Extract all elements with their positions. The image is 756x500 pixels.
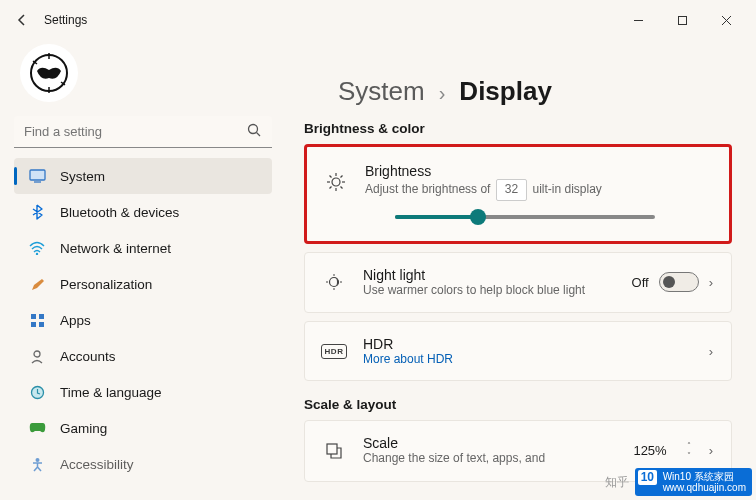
accounts-icon — [28, 347, 46, 365]
sidebar-item-label: Bluetooth & devices — [60, 205, 179, 220]
minimize-button[interactable] — [616, 4, 660, 36]
svg-point-8 — [249, 125, 258, 134]
nightlight-card[interactable]: Night light Use warmer colors to help bl… — [304, 252, 732, 314]
svg-point-20 — [332, 178, 340, 186]
scale-title: Scale — [363, 435, 633, 451]
hdr-icon: HDR — [323, 340, 345, 362]
nightlight-state: Off — [632, 275, 649, 290]
search-input[interactable] — [14, 116, 272, 148]
nightlight-icon — [323, 271, 345, 293]
hdr-title: HDR — [363, 336, 709, 352]
nightlight-subtitle: Use warmer colors to help block blue lig… — [363, 283, 632, 299]
svg-rect-1 — [678, 16, 686, 24]
sidebar-item-system[interactable]: System — [14, 158, 272, 194]
brightness-title: Brightness — [365, 163, 711, 179]
maximize-button[interactable] — [660, 4, 704, 36]
breadcrumb-current: Display — [459, 76, 552, 107]
time-icon — [28, 383, 46, 401]
bluetooth-icon — [28, 203, 46, 221]
sidebar-item-label: Personalization — [60, 277, 152, 292]
gaming-icon — [28, 419, 46, 437]
svg-point-3 — [47, 71, 52, 76]
apps-icon — [28, 311, 46, 329]
watermark-zhihu: 知乎 — [605, 474, 629, 491]
hdr-card[interactable]: HDR HDR More about HDR › — [304, 321, 732, 381]
sidebar-item-gaming[interactable]: Gaming — [14, 410, 272, 446]
sidebar-item-label: Accessibility — [60, 457, 134, 472]
svg-point-17 — [34, 351, 40, 357]
scale-icon — [323, 440, 345, 462]
svg-line-9 — [257, 133, 261, 137]
sidebar-item-time[interactable]: Time & language — [14, 374, 272, 410]
svg-rect-14 — [39, 314, 44, 319]
avatar[interactable] — [20, 44, 78, 102]
search-icon — [247, 123, 262, 141]
sidebar-item-apps[interactable]: Apps — [14, 302, 272, 338]
sidebar-item-label: Time & language — [60, 385, 162, 400]
svg-rect-34 — [327, 444, 337, 454]
scale-subtitle: Change the size of text, apps, and — [363, 451, 633, 467]
personalization-icon — [28, 275, 46, 293]
svg-line-28 — [341, 175, 343, 177]
system-icon — [28, 167, 46, 185]
brightness-slider[interactable] — [395, 215, 655, 219]
brightness-card[interactable]: Brightness Adjust the brightness of 32 u… — [304, 144, 732, 244]
nightlight-title: Night light — [363, 267, 632, 283]
svg-rect-10 — [30, 170, 45, 180]
back-button[interactable] — [8, 6, 36, 34]
breadcrumb-parent[interactable]: System — [338, 76, 425, 107]
chevron-right-icon[interactable]: › — [709, 443, 713, 458]
accessibility-icon — [28, 455, 46, 473]
sidebar-item-personalization[interactable]: Personalization — [14, 266, 272, 302]
svg-line-26 — [341, 186, 343, 188]
sidebar-item-label: Accounts — [60, 349, 116, 364]
svg-line-25 — [330, 175, 332, 177]
sidebar-item-accounts[interactable]: Accounts — [14, 338, 272, 374]
watermarks: 知乎 Win10 系统家园 www.qdhuajin.com — [605, 468, 752, 496]
svg-rect-15 — [31, 322, 36, 327]
sidebar-item-accessibility[interactable]: Accessibility — [14, 446, 272, 482]
search-box[interactable] — [14, 116, 272, 148]
sidebar-item-label: Network & internet — [60, 241, 171, 256]
section-heading-brightness: Brightness & color — [304, 121, 732, 136]
nightlight-toggle[interactable] — [659, 272, 699, 292]
scale-dropdown-icon[interactable]: ˄˅ — [687, 441, 691, 460]
sidebar: System Bluetooth & devices Network & int… — [0, 40, 280, 500]
svg-rect-13 — [31, 314, 36, 319]
titlebar: Settings — [0, 0, 756, 40]
svg-point-12 — [36, 253, 38, 255]
sidebar-item-label: Apps — [60, 313, 91, 328]
main-content: System › Display Brightness & color Brig… — [280, 40, 756, 500]
sidebar-item-label: System — [60, 169, 105, 184]
chevron-right-icon[interactable]: › — [709, 344, 713, 359]
window-title: Settings — [44, 13, 87, 27]
scale-value[interactable]: 125% — [633, 443, 666, 458]
watermark-brand: Win10 系统家园 www.qdhuajin.com — [635, 468, 752, 496]
breadcrumb: System › Display — [338, 76, 732, 107]
close-button[interactable] — [704, 4, 748, 36]
chevron-right-icon[interactable]: › — [709, 275, 713, 290]
brightness-value-tooltip: 32 — [496, 179, 527, 201]
section-heading-scale: Scale & layout — [304, 397, 732, 412]
svg-line-27 — [330, 186, 332, 188]
svg-point-19 — [35, 458, 39, 462]
sidebar-item-network[interactable]: Network & internet — [14, 230, 272, 266]
svg-rect-16 — [39, 322, 44, 327]
brightness-subtitle: Adjust the brightness of 32 uilt-in disp… — [365, 179, 711, 201]
hdr-link[interactable]: More about HDR — [363, 352, 709, 366]
chevron-right-icon: › — [439, 82, 446, 105]
sun-icon — [325, 171, 347, 193]
sidebar-item-label: Gaming — [60, 421, 107, 436]
network-icon — [28, 239, 46, 257]
sidebar-item-bluetooth[interactable]: Bluetooth & devices — [14, 194, 272, 230]
